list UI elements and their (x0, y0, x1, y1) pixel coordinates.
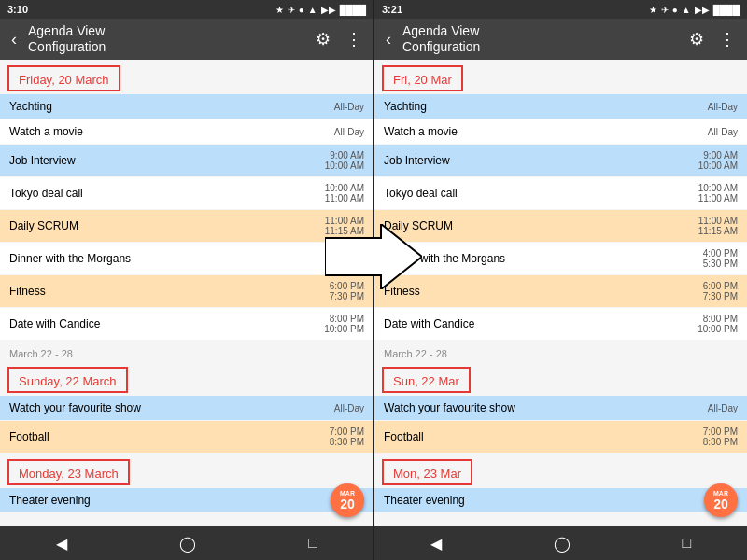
arrow-container (325, 224, 422, 289)
gear-icon-right[interactable]: ⚙ (685, 25, 708, 53)
event-football-left[interactable]: Football 7:00 PM 8:30 PM (0, 421, 374, 453)
event-dinner-right[interactable]: Dinner with the Morgans 4:00 PM 5:30 PM (374, 243, 747, 274)
event-movie-right[interactable]: Watch a movie All-Day (374, 119, 747, 144)
top-bar-left: ‹ Agenda View Configuration ⚙ ⋮ (0, 19, 374, 60)
monday-header-left: Monday, 23 March (7, 459, 130, 485)
event-date-left[interactable]: Date with Candice 8:00 PM 10:00 PM (0, 308, 374, 340)
event-tokyo-left[interactable]: Tokyo deal call 10:00 AM 11:00 AM (0, 177, 374, 209)
more-icon-right[interactable]: ⋮ (715, 25, 740, 53)
event-jobinterview-right[interactable]: Job Interview 9:00 AM 10:00 AM (374, 145, 747, 176)
event-show-right[interactable]: Watch your favourite show All-Day (374, 396, 747, 420)
event-yachting-left[interactable]: Yachting All-Day (0, 94, 374, 119)
time-right: 3:21 (382, 4, 402, 15)
event-jobinterview-left[interactable]: Job Interview 9:00 AM 10:00 AM (0, 145, 374, 176)
nav-back-left[interactable]: ◀ (56, 535, 67, 553)
fab-left[interactable]: Mar 20 (331, 483, 364, 517)
date-header-left: Friday, 20 March (7, 65, 120, 91)
back-icon-left[interactable]: ‹ (7, 26, 21, 53)
arrow-icon (325, 224, 422, 289)
date-header-right: Fri, 20 Mar (382, 65, 463, 91)
week-range-right: March 22 - 28 (374, 341, 747, 361)
event-theater-left[interactable]: Theater evening All-Day (0, 488, 374, 512)
event-movie-left[interactable]: Watch a movie All-Day (0, 119, 374, 144)
nav-home-left[interactable]: ◯ (179, 535, 196, 553)
right-panel: 3:21 ★✈●▲ ▶▶████ ‹ Agenda View Configura… (374, 0, 747, 560)
fab-right[interactable]: Mar 20 (704, 483, 738, 517)
content-right: Fri, 20 Mar Yachting All-Day Watch a mov… (374, 60, 747, 526)
left-panel: 3:10 ★✈●▲ ▶▶████ ‹ Agenda View Configura… (0, 0, 374, 560)
nav-square-right[interactable]: □ (682, 535, 691, 552)
nav-home-right[interactable]: ◯ (554, 535, 571, 553)
event-football-right[interactable]: Football 7:00 PM 8:30 PM (374, 421, 747, 453)
status-bar-left: 3:10 ★✈●▲ ▶▶████ (0, 0, 374, 19)
more-icon-left[interactable]: ⋮ (342, 25, 366, 53)
nav-back-right[interactable]: ◀ (430, 535, 442, 553)
event-dinner-left[interactable]: Dinner with the Morgans 4:00 PM 5:30 PM (0, 243, 374, 274)
gear-icon-left[interactable]: ⚙ (312, 25, 334, 53)
title-left: Agenda View Configuration (28, 23, 304, 55)
event-fitness-right[interactable]: Fitness 6:00 PM 7:30 PM (374, 275, 747, 307)
event-tokyo-right[interactable]: Tokyo deal call 10:00 AM 11:00 AM (374, 177, 747, 209)
status-bar-right: 3:21 ★✈●▲ ▶▶████ (374, 0, 747, 19)
status-icons-right: ★✈●▲ ▶▶████ (649, 5, 740, 15)
event-theater-right[interactable]: Theater evening All-Day (374, 488, 747, 512)
title-right: Agenda View Configuration (402, 23, 678, 55)
monday-header-right: Mon, 23 Mar (382, 459, 472, 485)
sunday-header-right: Sun, 22 Mar (382, 367, 471, 393)
status-icons-left: ★✈●▲ ▶▶████ (275, 5, 366, 15)
event-yachting-right[interactable]: Yachting All-Day (374, 94, 747, 119)
time-left: 3:10 (7, 4, 28, 15)
event-fitness-left[interactable]: Fitness 6:00 PM 7:30 PM (0, 275, 374, 307)
back-icon-right[interactable]: ‹ (382, 26, 395, 53)
event-show-left[interactable]: Watch your favourite show All-Day (0, 396, 374, 420)
event-date-right[interactable]: Date with Candice 8:00 PM 10:00 PM (374, 308, 747, 340)
event-scrum-left[interactable]: Daily SCRUM 11:00 AM 11:15 AM (0, 210, 374, 242)
nav-square-left[interactable]: □ (308, 535, 317, 552)
content-left: Friday, 20 March Yachting All-Day Watch … (0, 60, 374, 526)
week-range-left: March 22 - 28 (0, 341, 374, 361)
bottom-nav-left: ◀ ◯ □ (0, 526, 374, 560)
svg-marker-0 (325, 224, 422, 289)
event-scrum-right[interactable]: Daily SCRUM 11:00 AM 11:15 AM (374, 210, 747, 242)
bottom-nav-right: ◀ ◯ □ (374, 526, 747, 560)
top-bar-right: ‹ Agenda View Configuration ⚙ ⋮ (374, 19, 747, 60)
sunday-header-left: Sunday, 22 March (7, 367, 128, 393)
